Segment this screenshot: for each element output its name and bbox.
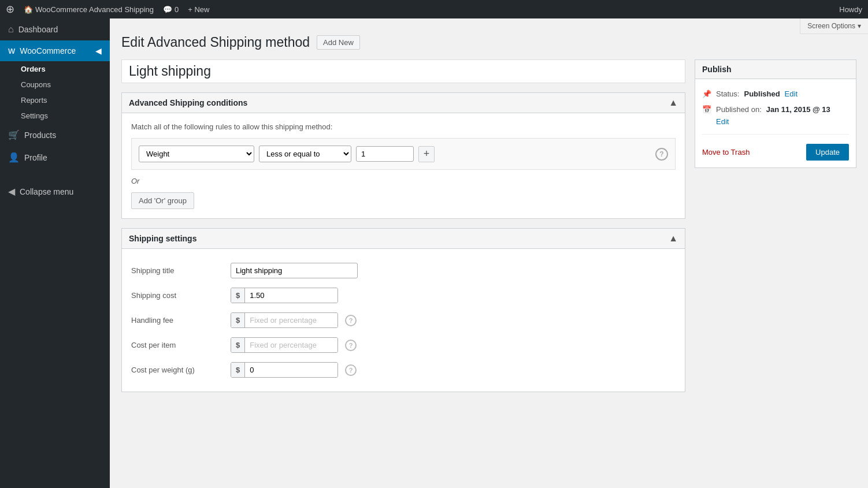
admin-bar-user: Howdy [839,5,862,14]
admin-bar-new[interactable]: + New [188,5,209,14]
update-button[interactable]: Update [806,144,849,161]
add-condition-button[interactable]: + [418,146,435,162]
advanced-shipping-conditions-content: Match all of the following rules to allo… [122,113,685,218]
shipping-settings-toggle-icon[interactable]: ▲ [669,233,678,244]
shipping-cost-label: Shipping cost [131,291,224,300]
cost-per-item-label: Cost per item [131,341,224,349]
sidebar-item-woocommerce[interactable]: W WooCommerce ◀ [0,40,110,61]
sidebar-item-profile[interactable]: 👤 Profile [0,146,110,169]
add-or-group-button[interactable]: Add 'Or' group [131,192,194,209]
shipping-settings-content: Shipping title Shipping cost $ [122,249,685,392]
cost-per-weight-prefix: $ [231,363,245,377]
publish-date-value: Jan 11, 2015 @ 13 [766,105,830,114]
cost-per-item-row: Cost per item $ ? [131,333,676,357]
publish-status-label: Status: [716,90,739,98]
admin-bar: ⊕ 🏠 WooCommerce Advanced Shipping 💬 0 + … [0,0,868,18]
condition-row: Weight Subtotal Item count Shipping clas… [131,138,676,170]
main-content: Screen Options ▾ Edit Advanced Shipping … [110,18,868,488]
screen-options-button[interactable]: Screen Options ▾ [800,18,868,34]
publish-actions: Move to Trash Update [702,139,849,161]
advanced-shipping-conditions-metabox: Advanced Shipping conditions ▲ Match all… [121,92,685,219]
shipping-cost-input-group: $ [231,288,338,303]
publish-status-icon: 📌 [702,90,711,98]
home-icon: 🏠 [24,5,33,14]
shipping-title-row: Shipping title [131,258,676,283]
shipping-cost-row: Shipping cost $ [131,283,676,308]
cost-per-item-prefix: $ [231,338,245,352]
page-title: Edit Advanced Shipping method [121,35,310,50]
content-with-sidebar: Advanced Shipping conditions ▲ Match all… [121,59,856,401]
shipping-cost-prefix: $ [231,288,245,303]
cost-per-weight-label: Cost per weight (g) [131,366,224,374]
content-sidebar: Publish 📌 Status: Published Edit 📅 Publi… [695,59,856,401]
sidebar-item-collapse[interactable]: ◀ Collapse menu [0,180,110,203]
publish-box-content: 📌 Status: Published Edit 📅 Published on:… [695,79,856,167]
condition-help-icon[interactable]: ? [655,148,668,161]
cost-per-weight-row: Cost per weight (g) $ ? [131,357,676,382]
admin-bar-comments[interactable]: 💬 0 [163,5,179,14]
shipping-title-input[interactable] [231,263,358,278]
conditions-description: Match all of the following rules to allo… [131,122,676,131]
condition-operator-select[interactable]: Less or equal to Greater than Equal to B… [259,146,351,162]
sidebar-subitem-coupons[interactable]: Coupons [0,77,110,92]
cost-per-weight-input[interactable] [245,363,337,377]
cost-per-item-input-group: $ [231,337,338,353]
screen-options-chevron-icon: ▾ [858,22,861,30]
dashboard-icon: ⌂ [8,24,14,35]
page-header: Edit Advanced Shipping method Add New [121,35,856,50]
wp-logo-icon[interactable]: ⊕ [6,3,14,16]
handling-fee-help-icon[interactable]: ? [345,315,357,326]
shipping-title-heading-input[interactable] [121,59,685,83]
main-layout: ⌂ Dashboard W WooCommerce ◀ Orders Coupo… [0,18,868,488]
sidebar-subitem-settings[interactable]: Settings [0,108,110,124]
shipping-cost-input[interactable] [245,288,337,303]
publish-date-label: Published on: [716,105,762,114]
advanced-shipping-conditions-header[interactable]: Advanced Shipping conditions ▲ [122,93,685,113]
sidebar-item-products[interactable]: 🛒 Products [0,124,110,146]
comments-icon: 💬 [163,5,172,14]
advanced-shipping-conditions-title: Advanced Shipping conditions [129,98,247,107]
publish-divider [702,134,849,135]
shipping-settings-title: Shipping settings [129,234,196,243]
cost-per-weight-input-group: $ [231,362,338,378]
metabox-toggle-icon[interactable]: ▲ [669,98,678,108]
handling-fee-label: Handling fee [131,316,224,325]
sidebar-item-dashboard[interactable]: ⌂ Dashboard [0,18,110,40]
profile-icon: 👤 [8,152,20,163]
publish-box: Publish 📌 Status: Published Edit 📅 Publi… [695,59,856,168]
shipping-settings-header[interactable]: Shipping settings ▲ [122,229,685,249]
publish-status-edit-link[interactable]: Edit [785,90,797,98]
cost-per-item-input[interactable] [245,338,337,352]
publish-status-value: Published [744,90,780,98]
admin-bar-site[interactable]: 🏠 WooCommerce Advanced Shipping [24,5,154,14]
sidebar-subitem-reports[interactable]: Reports [0,92,110,108]
handling-fee-prefix: $ [231,313,245,327]
products-icon: 🛒 [8,129,20,140]
publish-date-row: 📅 Published on: Jan 11, 2015 @ 13 [702,102,849,117]
sidebar-subitem-orders[interactable]: Orders [0,61,110,77]
publish-calendar-icon: 📅 [702,105,711,114]
shipping-title-label: Shipping title [131,266,224,275]
handling-fee-input-group: $ [231,312,338,328]
condition-value-input[interactable] [356,146,414,162]
cost-per-weight-help-icon[interactable]: ? [345,364,357,376]
woocommerce-arrow-icon: ◀ [95,46,102,55]
publish-date-edit-link[interactable]: Edit [716,117,729,126]
handling-fee-row: Handling fee $ ? [131,308,676,333]
condition-field-select[interactable]: Weight Subtotal Item count Shipping clas… [139,146,254,162]
add-new-button[interactable]: Add New [317,35,360,50]
cost-per-item-help-icon[interactable]: ? [345,340,357,351]
handling-fee-input[interactable] [245,313,337,327]
sidebar: ⌂ Dashboard W WooCommerce ◀ Orders Coupo… [0,18,110,488]
or-divider: Or [131,177,676,185]
move-to-trash-link[interactable]: Move to Trash [702,148,750,157]
shipping-settings-metabox: Shipping settings ▲ Shipping title Shipp… [121,228,685,392]
content-main: Advanced Shipping conditions ▲ Match all… [121,59,685,401]
publish-status-row: 📌 Status: Published Edit [702,86,849,102]
collapse-icon: ◀ [8,186,15,197]
publish-box-header: Publish [695,60,856,79]
woocommerce-icon: W [8,47,15,55]
